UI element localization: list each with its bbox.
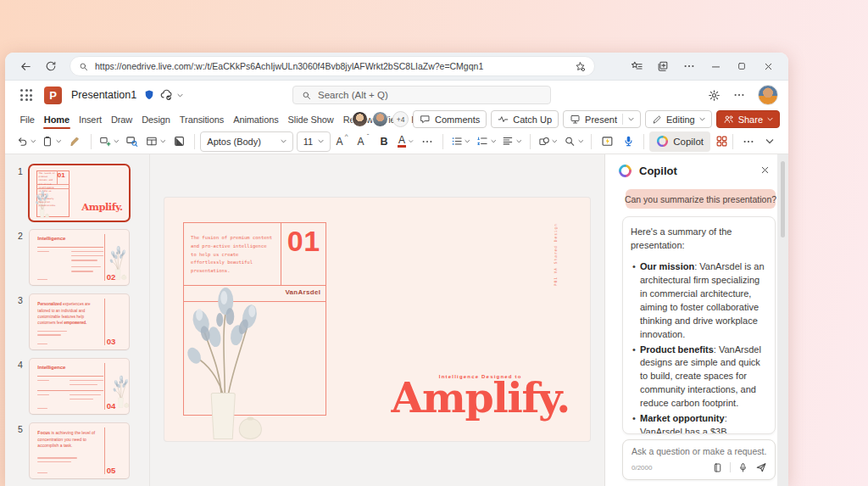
slide-thumbnail-3[interactable]: Personalized experiences are tailored to… — [30, 294, 129, 349]
slide-thumbnail-panel: 1 The fusion of premium content and pro-… — [5, 154, 149, 486]
comments-button[interactable]: Comments — [413, 110, 487, 128]
designer-panel-button[interactable] — [597, 131, 617, 152]
font-name-select[interactable]: Aptos (Body) — [200, 131, 292, 152]
new-slide-button[interactable] — [97, 131, 121, 152]
collaborator-avatar-1[interactable] — [352, 111, 368, 127]
bold-button[interactable]: B — [374, 131, 394, 152]
slide-thumbnail-4[interactable]: Intelligence 04 — [30, 359, 129, 414]
powerpoint-icon[interactable]: P — [44, 87, 62, 104]
dictate-button[interactable] — [618, 131, 638, 152]
numbering-button[interactable] — [474, 131, 498, 152]
url-bar[interactable]: https://onedrive.live.com/:w:/t/EaCKkPs6… — [70, 56, 595, 76]
tab-file[interactable]: File — [15, 109, 39, 129]
slide-canvas: The fusion of premium content and pro-ac… — [149, 154, 604, 486]
copilot-prompt-input[interactable] — [632, 446, 766, 456]
search-icon — [79, 62, 88, 71]
search-icon — [302, 91, 311, 100]
favorite-star-icon[interactable] — [575, 61, 586, 72]
collections-icon[interactable] — [653, 56, 673, 76]
slide-side-text[interactable]: P01 VA Shared Design — [554, 223, 558, 286]
settings-gear-icon[interactable] — [708, 89, 721, 102]
collaborator-overflow-badge[interactable]: +4 — [392, 111, 409, 127]
copilot-close-icon[interactable] — [760, 165, 771, 176]
back-button[interactable] — [15, 56, 36, 76]
save-status-cloud-icon[interactable] — [159, 88, 173, 102]
plant-illustration — [111, 374, 129, 408]
document-title[interactable]: Presentation1 — [71, 89, 136, 101]
present-dropdown-icon[interactable] — [628, 117, 634, 121]
slide-number-label: 4 — [11, 359, 30, 414]
toolbar-more-button[interactable] — [738, 131, 759, 152]
send-icon[interactable] — [755, 461, 767, 473]
prompt-guide-icon[interactable] — [712, 462, 723, 473]
office-search-box[interactable]: Search (Alt + Q) — [292, 86, 551, 104]
mic-icon[interactable] — [737, 462, 748, 473]
shapes-button[interactable] — [536, 131, 560, 152]
refresh-button[interactable] — [41, 56, 61, 76]
copilot-toolbar-button[interactable]: Copilot — [649, 131, 710, 152]
font-color-button[interactable]: A — [395, 131, 416, 152]
shrink-font-button[interactable]: Aˇ — [353, 131, 373, 152]
share-button[interactable]: Share — [716, 110, 780, 128]
summary-bullet: Our mission: VanArsdel is an architectur… — [640, 260, 767, 342]
ribbon-collapse-button[interactable] — [760, 131, 780, 152]
find-button[interactable] — [561, 131, 586, 152]
slide-description-text[interactable]: The fusion of premium content and pro-ac… — [191, 234, 274, 276]
copilot-scrollbar[interactable] — [777, 154, 788, 486]
tab-insert[interactable]: Insert — [75, 109, 107, 129]
tab-transitions[interactable]: Transitions — [175, 109, 228, 129]
slide-number-label: 5 — [11, 423, 30, 478]
protection-shield-icon — [143, 89, 155, 101]
slide-thumbnail-5[interactable]: Focus is achieving the level of concentr… — [30, 423, 129, 478]
office-search-placeholder: Search (Alt + Q) — [318, 90, 388, 100]
slide-editor[interactable]: The fusion of premium content and pro-ac… — [164, 198, 590, 441]
browser-chrome: https://onedrive.live.com/:w:/t/EaCKkPs6… — [5, 53, 788, 81]
maximize-button[interactable] — [732, 56, 752, 76]
font-size-select[interactable]: 11 — [297, 131, 331, 152]
designer-gallery-button[interactable] — [711, 131, 732, 152]
catch-up-button[interactable]: Catch Up — [491, 110, 559, 128]
bullets-button[interactable] — [448, 131, 473, 152]
editing-dropdown-icon[interactable] — [699, 117, 705, 121]
copilot-logo-icon — [618, 164, 632, 178]
tab-design[interactable]: Design — [137, 109, 175, 129]
header-more-icon[interactable] — [733, 89, 745, 101]
thumbnail-row-5: 5 Focus is achieving the level of concen… — [11, 423, 149, 478]
url-text: https://onedrive.live.com/:w:/t/EaCKkPs6… — [95, 61, 568, 71]
account-avatar[interactable] — [758, 85, 778, 105]
undo-button[interactable] — [14, 131, 38, 152]
editing-mode-button[interactable]: Editing — [645, 110, 712, 128]
present-button[interactable]: Present — [563, 110, 641, 128]
tab-slide-show[interactable]: Slide Show — [283, 109, 338, 129]
layout-button[interactable] — [143, 131, 168, 152]
align-button[interactable] — [499, 131, 524, 152]
share-dropdown-icon[interactable] — [767, 117, 773, 121]
plant-illustration — [108, 241, 129, 284]
paste-button[interactable] — [39, 131, 64, 152]
designer-button[interactable] — [169, 131, 189, 152]
format-painter-button[interactable] — [65, 131, 86, 152]
slide-thumbnail-2[interactable]: Intelligence 02 — [30, 230, 129, 285]
tab-home[interactable]: Home — [39, 109, 74, 129]
browser-more-icon[interactable] — [679, 56, 699, 76]
slide-thumbnail-1[interactable]: The fusion of premium content and pro-ac… — [30, 165, 129, 221]
collaborator-avatar-2[interactable] — [372, 111, 388, 127]
reuse-slides-button[interactable] — [122, 131, 142, 152]
slide-big-number[interactable]: 01 — [281, 225, 326, 258]
font-more-button[interactable] — [417, 131, 437, 152]
thumbnail-row-2: 2 Intelligence 02 — [11, 230, 149, 285]
workspace: 1 The fusion of premium content and pro-… — [5, 154, 788, 486]
thumbnail-row-3: 3 Personalized experiences are tailored … — [11, 294, 149, 349]
grow-font-button[interactable]: A^ — [331, 131, 352, 152]
tab-animations[interactable]: Animations — [229, 109, 283, 129]
ribbon-tabs: File Home Insert Draw Design Transitions… — [5, 109, 788, 129]
app-launcher-icon[interactable] — [20, 89, 32, 101]
minimize-button[interactable] — [705, 56, 726, 76]
save-status-chevron-icon[interactable] — [177, 93, 183, 98]
tab-draw[interactable]: Draw — [106, 109, 136, 129]
favorites-bar-icon[interactable] — [626, 56, 647, 76]
summary-bullet: Product benefits: VanArsdel designs are … — [640, 344, 767, 411]
slide-title-block[interactable]: Intelligence Designed to Amplify. — [381, 374, 579, 417]
close-window-button[interactable] — [758, 56, 778, 76]
quick-toolbar: Aptos (Body) 11 A^ Aˇ B A — [5, 129, 788, 154]
